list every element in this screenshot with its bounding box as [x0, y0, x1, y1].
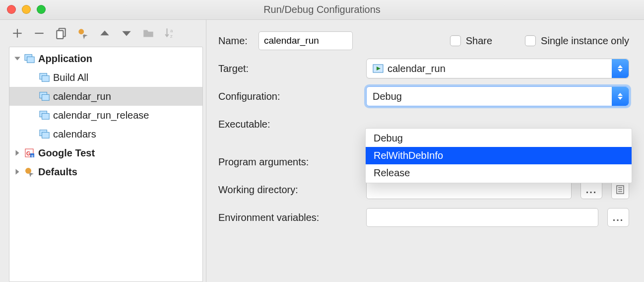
tree-node-label: Google Test: [38, 147, 95, 159]
tree-node-label: calendar_run_release: [53, 110, 149, 121]
edit-defaults-button[interactable]: [76, 27, 89, 40]
application-group-icon: [24, 54, 35, 64]
svg-rect-14: [42, 132, 50, 138]
name-label: Name:: [218, 35, 248, 47]
sort-alpha-button[interactable]: az: [164, 27, 177, 40]
tree-node-google-test[interactable]: Gg Google Test: [9, 143, 202, 162]
svg-point-2: [78, 29, 84, 34]
ellipsis-label: ...: [586, 184, 597, 196]
google-test-icon: Gg: [24, 148, 35, 158]
minimize-window-button[interactable]: [22, 5, 31, 14]
svg-rect-6: [27, 57, 35, 63]
disclosure-triangle-down-icon[interactable]: [13, 55, 21, 63]
tree-node-label: Defaults: [38, 166, 77, 178]
configuration-option-debug[interactable]: Debug: [366, 130, 632, 147]
tree-node-build-all[interactable]: Build All: [9, 68, 202, 87]
tree-node-defaults[interactable]: Defaults: [9, 162, 202, 181]
window-title: Run/Debug Configurations: [263, 4, 381, 15]
defaults-icon: [24, 167, 35, 177]
configuration-select[interactable]: Debug: [366, 86, 629, 106]
executable-label: Executable:: [218, 119, 357, 130]
configuration-value: Debug: [373, 91, 402, 102]
zoom-window-button[interactable]: [37, 5, 46, 14]
share-label: Share: [466, 35, 492, 47]
tree-node-calendar-run[interactable]: calendar_run: [9, 87, 202, 106]
environment-variables-input[interactable]: [366, 208, 598, 227]
target-label: Target:: [218, 63, 357, 74]
configuration-editor: Name: Share Single instance only Target:…: [206, 20, 644, 282]
tree-node-application[interactable]: Application: [9, 49, 202, 68]
ellipsis-label: ...: [613, 212, 624, 223]
working-directory-label: Working directory:: [218, 184, 357, 196]
configuration-dropdown-popup: Debug RelWithDebInfo Release: [365, 128, 632, 183]
remove-config-button[interactable]: [33, 27, 46, 40]
sidebar-toolbar: az: [0, 20, 206, 45]
application-icon: [39, 110, 50, 120]
folder-button[interactable]: [142, 27, 155, 40]
copy-config-button[interactable]: [55, 27, 67, 40]
select-stepper-icon: [612, 87, 629, 106]
disclosure-triangle-right-icon[interactable]: [13, 149, 21, 157]
target-value: calendar_run: [387, 63, 446, 74]
tree-node-calendars[interactable]: calendars: [9, 125, 202, 143]
share-checkbox[interactable]: [450, 35, 461, 46]
tree-node-label: calendars: [53, 129, 96, 140]
svg-rect-8: [42, 75, 50, 81]
option-label: RelWithDebInfo: [374, 150, 443, 161]
tree-node-calendar-run-release[interactable]: calendar_run_release: [9, 106, 202, 125]
row-environment-variables: Environment variables: ...: [211, 204, 644, 231]
program-arguments-label: Program arguments:: [218, 156, 357, 168]
move-up-button[interactable]: [98, 27, 111, 40]
svg-rect-12: [42, 113, 50, 119]
svg-text:G: G: [26, 150, 31, 156]
application-icon: [39, 72, 50, 82]
configuration-option-relwithdebinfo[interactable]: RelWithDebInfo: [366, 147, 632, 164]
target-select[interactable]: calendar_run: [366, 59, 629, 78]
move-down-button[interactable]: [120, 27, 133, 40]
tree-node-label: Build All: [53, 72, 88, 83]
run-target-icon: [373, 64, 384, 73]
option-label: Release: [374, 167, 410, 178]
configurations-tree[interactable]: Application Build All calendar_run calen…: [9, 47, 203, 282]
name-input[interactable]: [258, 31, 353, 50]
environment-variables-label: Environment variables:: [218, 212, 357, 223]
svg-text:z: z: [170, 33, 173, 39]
configurations-sidebar: az Application Build All: [0, 20, 206, 282]
single-instance-label: Single instance only: [541, 35, 629, 47]
row-target: Target: calendar_run: [211, 55, 644, 82]
edit-environment-variables-button[interactable]: ...: [607, 208, 629, 227]
configuration-option-release[interactable]: Release: [366, 164, 632, 182]
svg-rect-10: [42, 94, 50, 100]
tree-node-label: Application: [38, 53, 92, 65]
application-icon: [39, 91, 50, 101]
add-config-button[interactable]: [11, 27, 24, 40]
svg-rect-1: [57, 31, 63, 39]
disclosure-triangle-right-icon[interactable]: [13, 168, 21, 176]
single-instance-checkbox[interactable]: [525, 35, 536, 46]
svg-text:g: g: [31, 154, 33, 158]
tree-node-label: calendar_run: [53, 91, 111, 102]
row-configuration: Configuration: Debug: [211, 82, 644, 110]
close-window-button[interactable]: [7, 5, 16, 14]
svg-text:a: a: [170, 28, 173, 33]
configuration-label: Configuration:: [218, 91, 357, 102]
window-titlebar: Run/Debug Configurations: [0, 0, 644, 20]
option-label: Debug: [374, 133, 403, 143]
row-name: Name: Share Single instance only: [211, 27, 644, 55]
application-icon: [39, 129, 50, 139]
window-controls: [7, 5, 46, 14]
select-stepper-icon: [612, 59, 629, 78]
